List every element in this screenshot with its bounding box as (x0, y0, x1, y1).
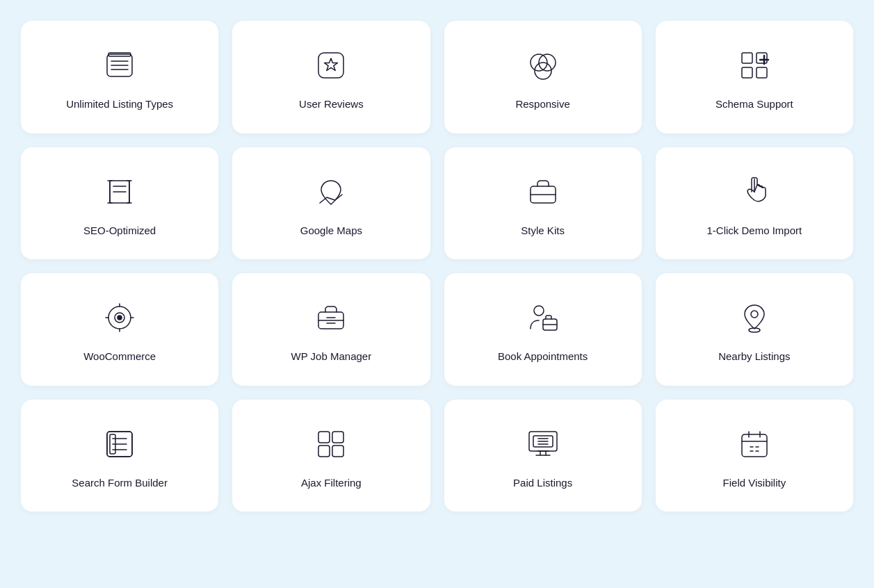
svg-point-42 (751, 311, 758, 318)
woocommerce-icon (100, 298, 139, 337)
card-nearby-listings: Nearby Listings (656, 273, 853, 386)
svg-rect-12 (742, 67, 752, 78)
card-ajax-filtering: Ajax Filtering (232, 400, 430, 512)
svg-rect-5 (318, 53, 343, 78)
card-woocommerce: WooCommerce (21, 273, 218, 386)
svg-point-39 (534, 306, 544, 316)
nearby-listings-label: Nearby Listings (718, 350, 790, 364)
google-maps-icon (311, 172, 350, 211)
paid-listings-icon (524, 425, 563, 464)
card-wp-job-manager: WP Job Manager (232, 273, 430, 386)
style-kits-icon (524, 172, 563, 211)
field-visibility-label: Field Visibility (723, 476, 786, 490)
card-search-form-builder: Search Form Builder (21, 400, 218, 512)
unlimited-listing-types-icon (100, 46, 139, 85)
svg-rect-50 (318, 432, 330, 443)
book-appointments-label: Book Appointments (498, 350, 588, 364)
wp-job-manager-label: WP Job Manager (291, 350, 372, 364)
svg-marker-6 (325, 58, 338, 71)
woocommerce-label: WooCommerce (83, 350, 156, 364)
one-click-demo-icon (735, 172, 774, 211)
card-google-maps: Google Maps (232, 147, 430, 260)
svg-rect-51 (332, 432, 343, 443)
card-book-appointments: Book Appointments (444, 273, 642, 386)
ajax-filtering-icon (311, 425, 350, 464)
user-reviews-label: User Reviews (299, 97, 364, 111)
svg-rect-52 (318, 446, 330, 457)
unlimited-listing-types-label: Unlimited Listing Types (66, 97, 173, 111)
svg-point-25 (327, 186, 334, 193)
card-paid-listings: Paid Listings (444, 400, 642, 512)
responsive-icon (524, 46, 563, 85)
card-responsive: Responsive (444, 21, 642, 133)
card-seo-optimized: SEO-Optimized (21, 147, 218, 260)
field-visibility-icon (735, 425, 774, 464)
schema-support-icon (735, 46, 774, 85)
card-user-reviews: User Reviews (232, 21, 430, 133)
google-maps-label: Google Maps (300, 224, 362, 238)
ajax-filtering-label: Ajax Filtering (301, 476, 362, 490)
paid-listings-label: Paid Listings (513, 476, 572, 490)
feature-grid: Unlimited Listing TypesUser ReviewsRespo… (21, 21, 853, 512)
wp-job-manager-icon (311, 298, 350, 337)
svg-rect-10 (742, 53, 752, 63)
seo-optimized-label: SEO-Optimized (83, 224, 156, 238)
card-schema-support: Schema Support (656, 21, 853, 133)
svg-rect-53 (332, 446, 343, 457)
svg-point-34 (118, 316, 122, 320)
card-style-kits: Style Kits (444, 147, 642, 260)
seo-optimized-icon (100, 172, 139, 211)
nearby-listings-icon (735, 298, 774, 337)
style-kits-label: Style Kits (521, 224, 565, 238)
card-unlimited-listing-types: Unlimited Listing Types (21, 21, 218, 133)
responsive-label: Responsive (515, 97, 569, 111)
card-field-visibility: Field Visibility (656, 400, 853, 512)
svg-rect-63 (742, 434, 767, 457)
one-click-demo-label: 1-Click Demo Import (707, 224, 802, 238)
svg-rect-13 (756, 67, 767, 78)
schema-support-label: Schema Support (715, 97, 793, 111)
svg-rect-11 (756, 53, 767, 63)
book-appointments-icon (524, 298, 563, 337)
search-form-builder-label: Search Form Builder (72, 476, 168, 490)
search-form-builder-icon (100, 425, 139, 464)
card-one-click-demo: 1-Click Demo Import (656, 147, 853, 260)
user-reviews-icon (311, 46, 350, 85)
